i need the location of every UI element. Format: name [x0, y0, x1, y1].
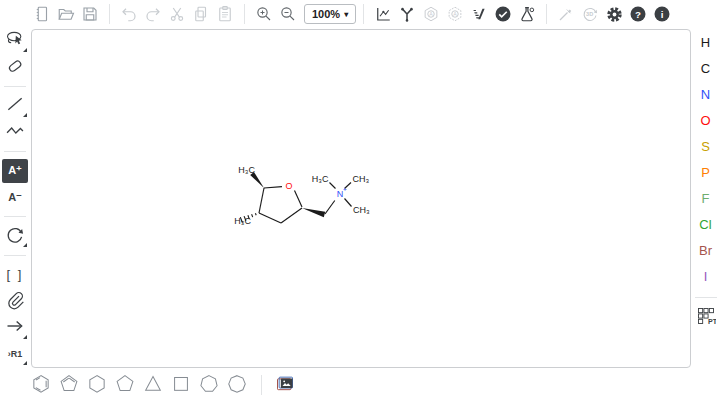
svg-text:A: A — [429, 11, 433, 17]
bond-ch2-n[interactable] — [325, 201, 335, 215]
charge-plus-button[interactable]: A⁺ — [2, 159, 28, 183]
eraser-icon — [5, 56, 25, 79]
analyse-structure-button[interactable] — [515, 1, 539, 27]
toolbar-separator — [4, 86, 26, 87]
element-s-button[interactable]: S — [693, 133, 719, 159]
template-benzene-button[interactable] — [28, 372, 54, 398]
new-document-button[interactable] — [30, 1, 54, 27]
aromatize-button[interactable]: A — [419, 1, 443, 27]
chemistry-group: A A — [371, 1, 539, 27]
transform-rotate-button[interactable] — [2, 224, 28, 248]
atom-label-methyl-4[interactable]: CH₃ — [353, 174, 370, 184]
settings-button[interactable] — [602, 1, 626, 27]
open-folder-icon — [57, 5, 75, 23]
attachment-point-button[interactable] — [2, 290, 28, 314]
atom-label-oxygen[interactable]: O — [285, 181, 292, 191]
layout-button[interactable] — [371, 1, 395, 27]
bond-o-c2[interactable] — [295, 191, 303, 208]
dearomatize-button[interactable]: A — [443, 1, 467, 27]
sgroup-button[interactable]: [ ] — [2, 263, 28, 287]
template-cycloheptane-button[interactable] — [196, 372, 222, 398]
bond-n-ch3-ul[interactable] — [330, 183, 336, 189]
bond-c2-c3[interactable] — [281, 208, 302, 223]
recognize-button[interactable] — [554, 1, 578, 27]
clean-up-button[interactable] — [395, 1, 419, 27]
canvas[interactable]: H₃C H₃C O N + H₃C CH₃ CH₃ — [31, 29, 691, 368]
check-structure-button[interactable] — [491, 1, 515, 27]
periodic-table-button[interactable]: PT — [693, 305, 719, 329]
zoom-out-button[interactable] — [276, 1, 300, 27]
molecule-bonds[interactable] — [240, 172, 351, 223]
miew-3d-button[interactable]: 3D — [578, 1, 602, 27]
toolbar-separator — [244, 4, 245, 24]
aromatize-icon: A — [422, 5, 440, 23]
atom-label-methyl-5[interactable]: CH₃ — [353, 205, 370, 215]
redo-button[interactable] — [141, 1, 165, 27]
svg-text:?: ? — [635, 9, 641, 20]
about-button[interactable]: i — [650, 1, 674, 27]
atom-label-methyl-3[interactable]: H₃C — [312, 174, 329, 184]
paste-button[interactable] — [213, 1, 237, 27]
element-i-button[interactable]: I — [693, 263, 719, 289]
template-cyclopentadiene-button[interactable] — [56, 372, 82, 398]
lasso-select-button[interactable] — [2, 29, 28, 53]
element-o-label: O — [700, 113, 710, 128]
ketcher-app: 100% ▾ A A — [0, 0, 720, 400]
element-cl-label: Cl — [699, 217, 711, 232]
element-p-label: P — [701, 165, 710, 180]
element-i-label: I — [704, 269, 708, 284]
bond-c3-c4[interactable] — [259, 213, 281, 223]
element-br-button[interactable]: Br — [693, 237, 719, 263]
element-c-label: C — [701, 61, 710, 76]
recognize-wand-icon — [557, 5, 575, 23]
element-br-label: Br — [699, 243, 712, 258]
template-cyclopropane-button[interactable] — [140, 372, 166, 398]
periodic-table-icon: PT — [696, 306, 716, 329]
template-cyclooctane-button[interactable] — [224, 372, 250, 398]
save-button[interactable] — [78, 1, 102, 27]
gear-icon — [605, 5, 624, 24]
bond-n-ch3-lr[interactable] — [345, 199, 352, 207]
bond-c4-c5[interactable] — [259, 188, 264, 213]
atom-label-methyl-1[interactable]: H₃C — [238, 165, 255, 175]
element-cl-button[interactable]: Cl — [693, 211, 719, 237]
template-cyclohexane-button[interactable] — [84, 372, 110, 398]
open-button[interactable] — [54, 1, 78, 27]
stereo-cip-button[interactable] — [467, 1, 491, 27]
element-n-button[interactable]: N — [693, 81, 719, 107]
bond-c5-o[interactable] — [264, 187, 282, 188]
element-o-button[interactable]: O — [693, 107, 719, 133]
template-cyclobutane-button[interactable] — [168, 372, 194, 398]
molecule-atom-labels[interactable]: H₃C H₃C O N + H₃C CH₃ CH₃ — [234, 165, 370, 226]
element-f-button[interactable]: F — [693, 185, 719, 211]
help-button[interactable]: ? — [626, 1, 650, 27]
reaction-arrow-icon — [5, 316, 25, 339]
chain-button[interactable] — [2, 121, 28, 145]
zoom-in-button[interactable] — [252, 1, 276, 27]
clean-up-icon — [398, 5, 416, 23]
single-bond-button[interactable] — [2, 94, 28, 118]
molecule[interactable]: H₃C H₃C O N + H₃C CH₃ CH₃ — [217, 150, 392, 235]
undo-button[interactable] — [117, 1, 141, 27]
cut-button[interactable] — [165, 1, 189, 27]
top-toolbar: 100% ▾ A A — [0, 0, 720, 28]
copy-button[interactable] — [189, 1, 213, 27]
template-cyclopentane-button[interactable] — [112, 372, 138, 398]
erase-button[interactable] — [2, 56, 28, 80]
template-library-button[interactable] — [271, 372, 299, 398]
wedge-bond-right[interactable] — [302, 208, 325, 217]
zoom-level-select[interactable]: 100% ▾ — [304, 4, 356, 24]
toolbar-separator — [546, 4, 547, 24]
template-toolbar — [28, 369, 720, 400]
element-p-button[interactable]: P — [693, 159, 719, 185]
rgroup-button[interactable]: ›R1 — [2, 343, 28, 367]
element-c-button[interactable]: C — [693, 55, 719, 81]
charge-minus-button[interactable]: A⁻ — [2, 186, 28, 210]
element-h-button[interactable]: H — [693, 29, 719, 55]
zoom-level-value: 100% — [312, 8, 340, 20]
rgroup-icon: ›R1 — [8, 349, 23, 359]
reaction-arrow-button[interactable] — [2, 316, 28, 340]
cyclopentane-template-icon — [114, 372, 136, 397]
atom-label-methyl-2[interactable]: H₃C — [234, 216, 251, 226]
cyclohexane-template-icon — [86, 372, 108, 397]
